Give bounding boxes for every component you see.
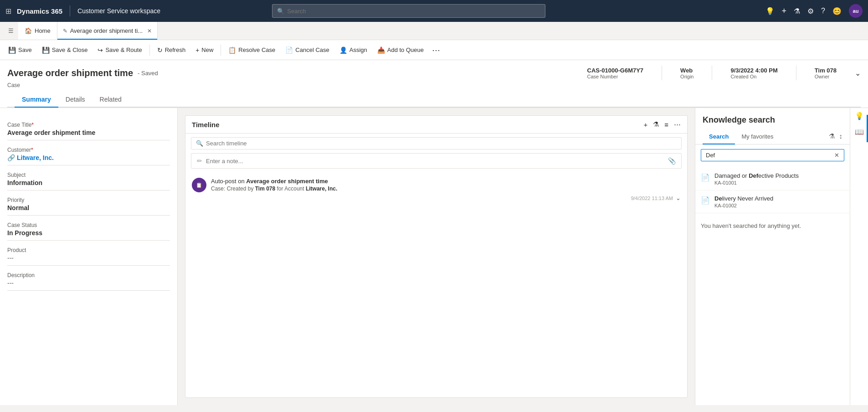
global-search-box[interactable]: 🔍 [272,4,545,18]
timeline-search-input[interactable] [206,140,677,147]
kp-search-input[interactable] [706,152,832,159]
save-label: Save [18,46,32,53]
save-route-button[interactable]: ↪ Save & Route [93,44,146,57]
case-origin-label: Origin [680,74,693,79]
meta-sep-2 [712,66,712,80]
settings-icon[interactable]: ⚙ [807,7,814,15]
post-expand-icon[interactable]: ⌄ [676,195,681,201]
add-icon[interactable]: + [782,6,787,16]
case-created-label: Created On [730,74,777,79]
cancel-label: Cancel Case [295,46,329,53]
tab-bar: ☰ 🏠 Home ✎ Average order shipment ti... … [0,22,868,40]
save-button[interactable]: 💾 Save [4,44,36,57]
timeline-box: Timeline + ⚗ ≡ ⋯ 🔍 ✏ 📎 📋 [185,115,688,398]
smiley-icon[interactable]: 😊 [832,7,842,15]
case-number-group: CAS-01000-G6M7Y7 Case Number [587,67,644,79]
case-created-group: 9/3/2022 4:00 PM Created On [730,67,777,79]
refresh-button[interactable]: ↻ Refresh [153,44,190,57]
field-customer: Customer 🔗 Litware, Inc. [7,147,170,165]
tab-summary[interactable]: Summary [15,92,58,108]
right-sidebar: 💡 📖 [850,108,868,405]
kp-tab-search[interactable]: Search [703,129,735,144]
home-tab-label: Home [35,27,51,34]
case-created-value: 9/3/2022 4:00 PM [730,67,777,74]
meta-sep-1 [662,66,662,80]
app-name[interactable]: Dynamics 365 [17,7,62,15]
post-time: 9/4/2022 11:13 AM [631,196,673,201]
kp-results: 📄 Damaged or Defective Products KA-01001… [695,166,850,405]
timeline-more-icon[interactable]: ⋯ [674,120,681,129]
kp-search-box[interactable]: ✕ [701,149,844,161]
grid-icon[interactable]: ⊞ [5,7,11,15]
post-time-row: 9/4/2022 11:13 AM ⌄ [211,195,681,201]
knowledge-panel: Knowledge search Search My favorites ⚗ ↕… [695,108,850,405]
field-value-case-status[interactable]: In Progress [7,229,170,241]
case-expand-icon[interactable]: ⌄ [855,69,861,77]
search-input[interactable] [287,8,540,15]
add-queue-button[interactable]: 📥 Add to Queue [373,44,428,57]
field-value-priority[interactable]: Normal [7,204,170,216]
kp-result-title-1: Damaged or Defective Products [714,172,844,179]
sidebar-book-icon[interactable]: 📖 [855,128,864,136]
filter-icon[interactable]: ⚗ [794,7,800,15]
search-icon: 🔍 [277,8,284,15]
field-value-description[interactable]: --- [7,279,170,291]
save-icon: 💾 [8,46,16,54]
kp-result-item[interactable]: 📄 Damaged or Defective Products KA-01001 [695,168,850,191]
kp-header: Knowledge search Search My favorites ⚗ ↕ [695,108,850,144]
note-entry-box[interactable]: ✏ 📎 [191,153,682,169]
field-priority: Priority Normal [7,197,170,216]
field-value-case-title[interactable]: Average order shipment time [7,129,170,140]
cancel-case-button[interactable]: 📄 Cancel Case [281,44,334,57]
kp-result-item-2[interactable]: 📄 Delivery Never Arrived KA-01002 [695,191,850,213]
case-header: Average order shipment time - Saved CAS-… [0,60,868,108]
field-value-subject[interactable]: Information [7,179,170,191]
field-label-case-title: Case Title [7,122,170,128]
help-icon[interactable]: ? [821,7,825,15]
tab-home[interactable]: 🏠 Home [18,22,57,40]
hamburger-menu[interactable]: ☰ [4,22,18,40]
tab-active-case[interactable]: ✎ Average order shipment ti... ✕ [57,22,158,40]
lightbulb-icon[interactable]: 💡 [765,7,775,15]
assign-label: Assign [349,46,367,53]
save-close-button[interactable]: 💾 Save & Close [37,44,92,57]
workspace-name: Customer Service workspace [77,7,160,15]
field-value-product[interactable]: --- [7,254,170,266]
refresh-icon: ↻ [157,46,163,54]
customer-link-icon: 🔗 [7,154,15,161]
timeline-actions: + ⚗ ≡ ⋯ [643,120,681,129]
kp-clear-icon[interactable]: ✕ [834,152,839,159]
field-value-customer[interactable]: 🔗 Litware, Inc. [7,154,170,165]
new-button[interactable]: + New [191,44,218,57]
field-label-case-status: Case Status [7,222,170,228]
tab-close-icon[interactable]: ✕ [147,28,152,34]
doc-icon-2: 📄 [701,196,710,205]
sidebar-knowledge-icon[interactable]: 💡 [855,112,864,120]
post-avatar: 📋 [192,178,206,192]
user-avatar[interactable]: au [849,4,863,18]
attachment-icon[interactable]: 📎 [668,157,676,165]
timeline-view-icon[interactable]: ≡ [664,121,668,129]
assign-button[interactable]: 👤 Assign [335,44,372,57]
timeline-filter-icon[interactable]: ⚗ [653,120,659,129]
kp-tab-favorites[interactable]: My favorites [735,129,780,144]
tab-details[interactable]: Details [58,92,92,108]
kp-filter-icon[interactable]: ⚗ [829,132,835,140]
tab-related[interactable]: Related [92,92,129,108]
timeline-add-icon[interactable]: + [643,121,647,129]
save-close-label: Save & Close [52,46,88,53]
kp-result-title-2: Delivery Never Arrived [714,195,844,202]
timeline-search-box[interactable]: 🔍 [191,137,682,149]
kp-sort-icon[interactable]: ↕ [839,132,843,140]
case-number-label: Case Number [587,74,644,79]
kp-result-id-1: KA-01001 [714,180,844,185]
add-queue-icon: 📥 [377,46,385,54]
resolve-button[interactable]: 📋 Resolve Case [224,44,280,57]
pencil-icon: ✏ [197,157,202,165]
sub-tabs: Summary Details Related [7,92,861,108]
note-input[interactable] [206,158,664,165]
more-options-icon[interactable]: ⋯ [429,45,443,55]
command-bar: 💾 Save 💾 Save & Close ↪ Save & Route ↻ R… [0,40,868,60]
active-tab-label: Average order shipment ti... [70,27,143,34]
timeline-post: 📋 Auto-post on Average order shipment ti… [185,172,687,207]
